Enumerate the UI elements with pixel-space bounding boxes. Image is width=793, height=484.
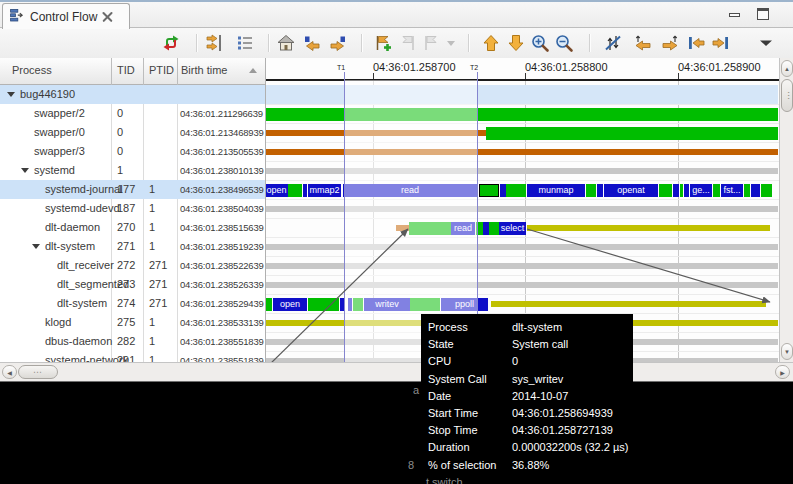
tree-row-dlt-daemon[interactable]: dlt-daemon270104:36:01.238515639: [0, 218, 265, 237]
show-view-filters-button[interactable]: [234, 31, 258, 55]
state-segment[interactable]: [266, 168, 778, 174]
close-icon[interactable]: [102, 11, 113, 22]
column-resize-handle[interactable]: [111, 58, 112, 85]
prev-marker-button[interactable]: [397, 31, 421, 55]
state-segment[interactable]: [479, 184, 499, 197]
state-segment-mmap2[interactable]: mmap2: [308, 184, 341, 197]
next-event-button[interactable]: [710, 31, 734, 55]
state-segment[interactable]: [684, 184, 689, 197]
selection-start-line[interactable]: [344, 72, 345, 362]
tree-row-dlt_segmented[interactable]: dlt_segmented27327104:36:01.238526339: [0, 275, 265, 294]
toolbar-separator: [468, 34, 470, 52]
expand-collapse-icon[interactable]: [32, 244, 40, 249]
state-segment[interactable]: [744, 184, 750, 197]
align-views-button[interactable]: [203, 31, 227, 55]
tree-chart-divider[interactable]: [265, 58, 266, 362]
column-header-tid[interactable]: TID: [117, 64, 135, 76]
state-segment[interactable]: [266, 282, 778, 288]
state-segment[interactable]: [761, 184, 772, 197]
tree-row-dlt-system[interactable]: dlt-system271104:36:01.238519239: [0, 237, 265, 256]
vertical-scroll-thumb[interactable]: ⋯: [781, 79, 793, 112]
state-segment[interactable]: [751, 184, 760, 197]
state-segment[interactable]: [586, 184, 596, 197]
move-down-button[interactable]: [505, 31, 529, 55]
state-segment[interactable]: [486, 127, 778, 140]
tree-row-swapper/3[interactable]: swapper/3004:36:01.213505539: [0, 142, 265, 161]
minimize-button[interactable]: [729, 13, 740, 17]
scroll-down-icon[interactable]: ▼: [781, 343, 793, 360]
state-segment-munmap[interactable]: munmap: [527, 184, 585, 197]
follow-cpu-forward-button[interactable]: [659, 31, 683, 55]
prev-event-button[interactable]: [685, 31, 709, 55]
scroll-left-icon[interactable]: ◀: [2, 365, 17, 379]
follow-cpu-backward-button[interactable]: [632, 31, 656, 55]
select-prev-state-change-button[interactable]: [301, 31, 325, 55]
move-up-button[interactable]: [480, 31, 504, 55]
zoom-out-button[interactable]: [553, 31, 577, 55]
state-segment[interactable]: [597, 184, 603, 197]
tab-control-flow[interactable]: Control Flow: [2, 3, 130, 29]
expand-collapse-icon[interactable]: [21, 168, 29, 173]
tree-row-systemd[interactable]: systemd104:36:01.238010139: [0, 161, 265, 180]
state-segment[interactable]: [288, 184, 302, 197]
vertical-scrollbar[interactable]: ▲⋯▼: [779, 58, 793, 362]
expand-collapse-icon[interactable]: [7, 92, 15, 97]
select-next-state-change-button[interactable]: [327, 31, 351, 55]
marker-menu-button[interactable]: [440, 31, 464, 55]
scroll-right-icon[interactable]: ▶: [775, 365, 790, 379]
scroll-up-icon[interactable]: ▲: [781, 60, 793, 77]
view-menu-button[interactable]: [755, 31, 779, 55]
sync-time-button[interactable]: [160, 31, 184, 55]
state-segment-fst[interactable]: fst...: [721, 184, 743, 197]
state-segment[interactable]: [713, 184, 720, 197]
state-segment[interactable]: [527, 225, 770, 231]
state-segment[interactable]: [506, 184, 526, 197]
horizontal-scrollbar[interactable]: ◀⋯▶: [0, 362, 793, 381]
state-segment-open[interactable]: open: [273, 298, 307, 311]
tree-row-dbus-daemon[interactable]: dbus-daemon282104:36:01.238551839: [0, 332, 265, 351]
tid-value: 0: [117, 145, 123, 157]
state-segment[interactable]: [266, 149, 778, 155]
state-segment[interactable]: [491, 301, 766, 307]
process-name: systemd: [34, 164, 75, 176]
state-segment[interactable]: [266, 263, 778, 269]
state-segment[interactable]: [266, 206, 778, 212]
tree-row-bug446190[interactable]: bug446190: [0, 85, 265, 104]
column-header-ptid[interactable]: PTID: [149, 64, 174, 76]
column-resize-handle[interactable]: [177, 58, 178, 85]
state-segment[interactable]: [266, 85, 778, 104]
tree-row-systemd-network[interactable]: systemd-network291104:36:01.238551839: [0, 351, 265, 362]
tree-header[interactable]: ProcessTIDPTIDBirth time: [0, 58, 265, 85]
state-segment[interactable]: [489, 222, 499, 235]
column-header-process[interactable]: Process: [12, 64, 52, 76]
state-segment[interactable]: [266, 298, 272, 311]
tree-row-systemd-journal[interactable]: systemd-journal177104:36:01.238496539: [0, 180, 265, 199]
state-segment[interactable]: [266, 244, 778, 250]
state-segment[interactable]: [673, 184, 679, 197]
time-ruler[interactable]: 04:36:01.25870004:36:01.25880004:36:01.2…: [266, 58, 779, 80]
horizontal-scroll-thumb[interactable]: ⋯: [18, 365, 58, 379]
reset-time-scale-button[interactable]: [275, 31, 299, 55]
state-segment[interactable]: [680, 184, 683, 197]
birth-time-value: 04:36:01.238010139: [180, 165, 264, 176]
column-header-birth-time[interactable]: Birth time: [181, 64, 227, 76]
state-segment[interactable]: [266, 108, 778, 121]
tree-row-swapper/0[interactable]: swapper/0004:36:01.213468939: [0, 123, 265, 142]
state-segment[interactable]: [303, 184, 307, 197]
state-segment-ge[interactable]: ge...: [690, 184, 712, 197]
state-segment-open[interactable]: open: [266, 184, 288, 197]
state-segment[interactable]: [308, 298, 339, 311]
tree-row-klogd[interactable]: klogd275104:36:01.238533139: [0, 313, 265, 332]
state-segment-select[interactable]: select: [499, 222, 526, 235]
state-segment-openat[interactable]: openat: [604, 184, 658, 197]
tree-row-swapper/2[interactable]: swapper/2004:36:01.211296639: [0, 104, 265, 123]
maximize-button[interactable]: [757, 8, 769, 20]
state-segment[interactable]: [659, 184, 672, 197]
column-resize-handle[interactable]: [143, 58, 144, 85]
zoom-in-button[interactable]: [529, 31, 553, 55]
tree-row-dlt_receiver[interactable]: dlt_receiver27227104:36:01.238522639: [0, 256, 265, 275]
add-bookmark-button[interactable]: [371, 31, 395, 55]
tree-row-dlt-system[interactable]: dlt-system27427104:36:01.238529439: [0, 294, 265, 313]
hide-arrows-button[interactable]: [602, 31, 626, 55]
tree-row-systemd-udevd[interactable]: systemd-udevd187104:36:01.238504039: [0, 199, 265, 218]
